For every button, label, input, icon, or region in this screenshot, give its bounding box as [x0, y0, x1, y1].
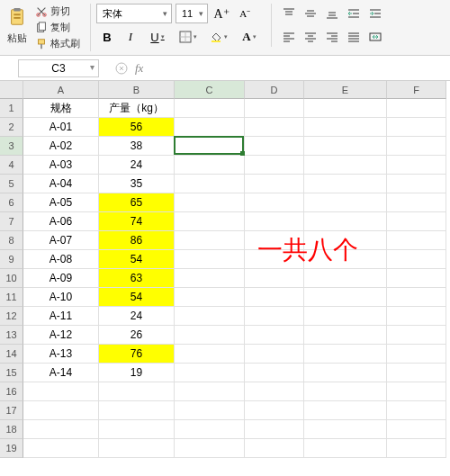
- align-left-button[interactable]: [279, 27, 299, 47]
- cell[interactable]: [175, 326, 245, 345]
- align-middle-button[interactable]: [301, 4, 320, 23]
- cell[interactable]: A-12: [23, 326, 99, 345]
- cell[interactable]: 54: [99, 250, 175, 269]
- cell[interactable]: [99, 439, 175, 458]
- cell[interactable]: 65: [99, 193, 175, 212]
- cell[interactable]: [304, 326, 387, 345]
- row-header[interactable]: 15: [0, 364, 23, 382]
- cell[interactable]: [387, 288, 446, 307]
- align-right-button[interactable]: [322, 27, 342, 47]
- row-header[interactable]: 8: [0, 231, 23, 250]
- cell[interactable]: [387, 269, 446, 288]
- row-header[interactable]: 14: [0, 345, 23, 364]
- italic-button[interactable]: I: [120, 27, 141, 47]
- cell[interactable]: [245, 212, 304, 231]
- cell[interactable]: [304, 382, 387, 401]
- row-header[interactable]: 10: [0, 269, 23, 288]
- cell[interactable]: [245, 401, 304, 420]
- row-header[interactable]: 2: [0, 118, 23, 137]
- cell[interactable]: A-07: [23, 231, 99, 250]
- cell[interactable]: [175, 364, 245, 382]
- cell[interactable]: A-06: [23, 212, 99, 231]
- merge-button[interactable]: [365, 27, 385, 47]
- cell[interactable]: [99, 420, 175, 439]
- decrease-indent-button[interactable]: [344, 4, 364, 23]
- row-header[interactable]: 18: [0, 420, 23, 439]
- cell[interactable]: [175, 212, 245, 231]
- cell[interactable]: [245, 231, 304, 250]
- cell[interactable]: [175, 345, 245, 364]
- cell[interactable]: [245, 326, 304, 345]
- cell[interactable]: [245, 118, 304, 137]
- cell[interactable]: [175, 137, 245, 156]
- cell[interactable]: [387, 326, 446, 345]
- column-header[interactable]: F: [387, 81, 446, 99]
- cell[interactable]: 35: [99, 175, 175, 193]
- row-header[interactable]: 4: [0, 156, 23, 175]
- cell[interactable]: A-03: [23, 156, 99, 175]
- cell[interactable]: [175, 401, 245, 420]
- cell[interactable]: [245, 250, 304, 269]
- cell[interactable]: [245, 382, 304, 401]
- cell[interactable]: [245, 156, 304, 175]
- cell[interactable]: 38: [99, 137, 175, 156]
- cell[interactable]: [304, 99, 387, 118]
- cell[interactable]: A-14: [23, 364, 99, 382]
- cell[interactable]: [304, 288, 387, 307]
- cell[interactable]: [175, 439, 245, 458]
- cell[interactable]: [304, 137, 387, 156]
- select-all-corner[interactable]: [0, 81, 23, 99]
- cell[interactable]: [245, 345, 304, 364]
- cell[interactable]: [387, 382, 446, 401]
- cells-area[interactable]: 一共八个 规格产量（kg）A-0156A-0238A-0324A-0435A-0…: [23, 99, 446, 458]
- cell[interactable]: 规格: [23, 99, 99, 118]
- row-header[interactable]: 6: [0, 193, 23, 212]
- fill-color-button[interactable]: [204, 27, 233, 47]
- cell[interactable]: 76: [99, 345, 175, 364]
- cell[interactable]: [304, 156, 387, 175]
- cell[interactable]: [304, 345, 387, 364]
- cell[interactable]: [175, 193, 245, 212]
- cell[interactable]: [304, 307, 387, 326]
- column-header[interactable]: C: [175, 81, 245, 99]
- cell[interactable]: [304, 175, 387, 193]
- cell[interactable]: [175, 250, 245, 269]
- cell[interactable]: [23, 420, 99, 439]
- cell[interactable]: [387, 307, 446, 326]
- cell[interactable]: [304, 401, 387, 420]
- cell[interactable]: [387, 137, 446, 156]
- row-header[interactable]: 1: [0, 99, 23, 118]
- cell[interactable]: A-08: [23, 250, 99, 269]
- cell[interactable]: [387, 118, 446, 137]
- cell[interactable]: [304, 118, 387, 137]
- fx-area[interactable]: fx: [104, 61, 143, 76]
- cell[interactable]: [387, 231, 446, 250]
- increase-indent-button[interactable]: [365, 4, 385, 23]
- cell[interactable]: [245, 307, 304, 326]
- cell[interactable]: 产量（kg）: [99, 99, 175, 118]
- cell[interactable]: [387, 401, 446, 420]
- cell[interactable]: [245, 193, 304, 212]
- cell[interactable]: A-09: [23, 269, 99, 288]
- cell[interactable]: [387, 175, 446, 193]
- bold-button[interactable]: B: [96, 27, 118, 47]
- column-header[interactable]: B: [99, 81, 175, 99]
- decrease-font-button[interactable]: Aˉ: [235, 4, 255, 23]
- align-center-button[interactable]: [301, 27, 320, 47]
- row-header[interactable]: 3: [0, 137, 23, 156]
- cell[interactable]: 56: [99, 118, 175, 137]
- cell[interactable]: [387, 212, 446, 231]
- cell[interactable]: [175, 420, 245, 439]
- cell[interactable]: [387, 99, 446, 118]
- cell[interactable]: [304, 269, 387, 288]
- cell[interactable]: [387, 420, 446, 439]
- cut-button[interactable]: 剪切: [32, 4, 83, 19]
- name-box[interactable]: C3: [18, 59, 99, 77]
- cell[interactable]: A-11: [23, 307, 99, 326]
- cell[interactable]: [387, 345, 446, 364]
- cell[interactable]: A-04: [23, 175, 99, 193]
- row-header[interactable]: 13: [0, 326, 23, 345]
- cell[interactable]: A-13: [23, 345, 99, 364]
- column-header[interactable]: E: [304, 81, 387, 99]
- cell[interactable]: A-05: [23, 193, 99, 212]
